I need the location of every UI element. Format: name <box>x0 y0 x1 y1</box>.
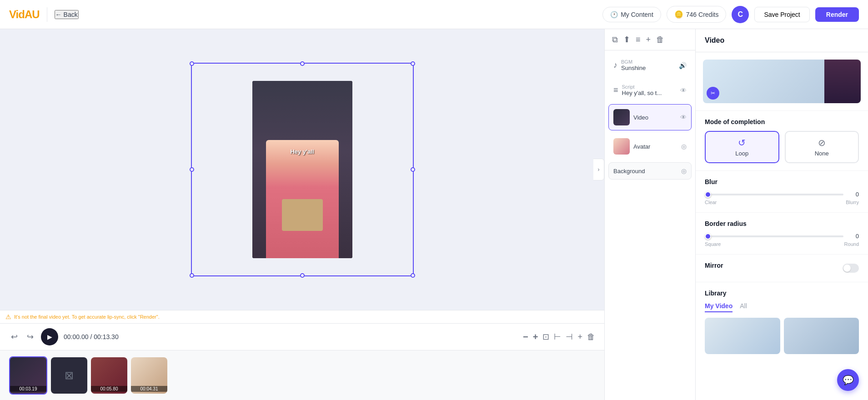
blur-left-label: Clear <box>705 200 717 205</box>
mode-label: Mode of completion <box>705 118 859 125</box>
undo-button[interactable]: ↩ <box>9 330 20 344</box>
mirror-section: Mirror <box>696 255 868 282</box>
mirror-toggle[interactable] <box>843 264 859 273</box>
timeline-item-3[interactable]: 00:05.80 <box>91 357 127 394</box>
mirror-label: Mirror <box>705 262 723 269</box>
preview-thumb-bg <box>824 60 861 103</box>
add-layer-icon[interactable]: + <box>646 35 651 45</box>
library-tabs: My Video All <box>705 302 859 312</box>
layer-bgm[interactable]: ♪ BGM Sunshine 🔊 <box>608 54 692 76</box>
timeline-item-2[interactable]: ⊠ <box>51 357 87 394</box>
script-type: Script <box>622 84 677 90</box>
add-clip-button[interactable]: + <box>577 332 582 342</box>
script-preview: Hey y'all, so t... <box>622 90 677 96</box>
handle-top-center[interactable] <box>300 61 305 66</box>
timeline-label-3: 00:05.80 <box>91 386 127 392</box>
border-value: 0 <box>848 233 859 240</box>
border-thumb[interactable] <box>705 233 711 240</box>
layers-panel: ⧉ ⬆ ≡ + 🗑 ♪ BGM Sunshine 🔊 ≡ Script He <box>604 29 695 400</box>
lib-item-2[interactable] <box>784 318 859 354</box>
avatar-letter: C <box>738 10 743 19</box>
layer-script[interactable]: ≡ Script Hey y'all, so t... 👁 <box>608 79 692 101</box>
lib-item-1[interactable] <box>705 318 780 354</box>
zoom-in-button[interactable]: + <box>533 332 538 342</box>
handle-bottom-center[interactable] <box>300 273 305 278</box>
delete-layer-icon[interactable]: 🗑 <box>656 35 664 45</box>
tab-my-video[interactable]: My Video <box>705 302 733 312</box>
blur-value: 0 <box>848 191 859 198</box>
library-section: Library My Video All <box>696 282 868 361</box>
avatar-vis-icon[interactable]: ◎ <box>681 143 687 150</box>
handle-top-left[interactable] <box>190 61 194 66</box>
move-icon[interactable]: ⬆ <box>623 35 630 45</box>
border-slider-row: 0 <box>705 233 859 240</box>
bgm-name: Sunshine <box>621 65 675 71</box>
controls-bar: ↩ ↪ ▶ 00:00.00 / 00:13.30 − + ⊡ ⊢ ⊣ + 🗑 <box>0 323 604 350</box>
user-avatar[interactable]: C <box>732 6 749 23</box>
handle-top-right[interactable] <box>411 61 415 66</box>
split-right-button[interactable]: ⊣ <box>566 332 573 342</box>
copy-icon[interactable]: ⧉ <box>612 35 618 45</box>
play-button[interactable]: ▶ <box>41 328 58 345</box>
blur-labels: Clear Blurry <box>705 200 859 205</box>
video-vis-icon[interactable]: 👁 <box>680 114 687 121</box>
logo-au: AU <box>25 8 40 20</box>
layer-avatar[interactable]: Avatar ◎ <box>608 133 692 160</box>
fit-screen-button[interactable]: ⊡ <box>542 332 549 342</box>
timeline-item-4[interactable]: 00:04.31 <box>131 357 167 394</box>
my-content-button[interactable]: 🕐 My Content <box>602 7 661 22</box>
bgm-volume-icon[interactable]: 🔊 <box>679 62 687 69</box>
handle-bottom-left[interactable] <box>190 273 194 278</box>
border-label: Border radius <box>705 220 859 227</box>
save-project-button[interactable]: Save Project <box>754 7 809 22</box>
video-layer-thumb <box>613 109 630 125</box>
selection-box[interactable]: Hey y'all <box>191 63 414 276</box>
clock-icon: 🕐 <box>610 11 618 18</box>
zoom-out-button[interactable]: − <box>523 332 528 342</box>
canvas-workspace: Hey y'all › <box>0 29 604 310</box>
layer-background[interactable]: Background ◎ <box>608 162 692 180</box>
blur-right-label: Blurry <box>846 200 859 205</box>
script-icon: ≡ <box>613 85 618 95</box>
border-right-label: Round <box>844 241 859 247</box>
box-prop <box>282 199 323 231</box>
background-vis-icon[interactable]: ◎ <box>681 167 687 175</box>
handle-middle-left[interactable] <box>190 167 194 172</box>
layer-video[interactable]: Video 👁 <box>608 104 692 130</box>
split-left-button[interactable]: ⊢ <box>554 332 561 342</box>
border-track[interactable] <box>705 235 843 237</box>
bgm-icon: ♪ <box>613 60 617 70</box>
timeline-thumb-2: ⊠ <box>51 357 87 394</box>
loop-label: Loop <box>735 150 748 157</box>
script-info: Script Hey y'all, so t... <box>622 84 677 96</box>
tab-all[interactable]: All <box>740 302 747 312</box>
toggle-thumb <box>843 265 851 272</box>
blur-section: Blur 0 Clear Blurry <box>696 171 868 213</box>
mode-options: ↺ Loop ⊘ None <box>705 131 859 163</box>
back-button[interactable]: ← Back <box>55 10 79 19</box>
timeline-item-1[interactable]: 00:03.19 <box>9 356 47 395</box>
timeline: 00:03.19 ⊠ 00:05.80 00:04.31 <box>0 350 604 400</box>
mode-loop[interactable]: ↺ Loop <box>705 131 779 163</box>
mode-none[interactable]: ⊘ None <box>785 131 859 163</box>
none-label: None <box>815 150 829 157</box>
delete-clip-button[interactable]: 🗑 <box>587 332 595 342</box>
blur-slider-row: 0 <box>705 191 859 198</box>
filter-icon[interactable]: ≡ <box>636 35 641 45</box>
render-button[interactable]: Render <box>815 7 859 22</box>
script-vis-icon[interactable]: 👁 <box>680 87 687 94</box>
panel-collapse-button[interactable]: › <box>593 159 604 180</box>
credits-button[interactable]: 🪙 746 Credits <box>667 6 727 23</box>
lib-thumb-2 <box>784 318 859 354</box>
blur-track[interactable] <box>705 194 843 195</box>
redo-button[interactable]: ↪ <box>25 330 35 344</box>
blur-thumb[interactable] <box>705 191 711 198</box>
handle-bottom-right[interactable] <box>411 273 415 278</box>
handle-middle-right[interactable] <box>411 167 415 172</box>
video-thumb-bg <box>613 109 630 125</box>
scissors-icon[interactable]: ✂ <box>707 87 719 100</box>
chat-bubble-button[interactable]: 💬 <box>837 369 859 391</box>
back-label: Back <box>64 11 78 18</box>
background-layer-name: Background <box>613 168 645 175</box>
timeline-label-1: 00:03.19 <box>10 386 46 392</box>
